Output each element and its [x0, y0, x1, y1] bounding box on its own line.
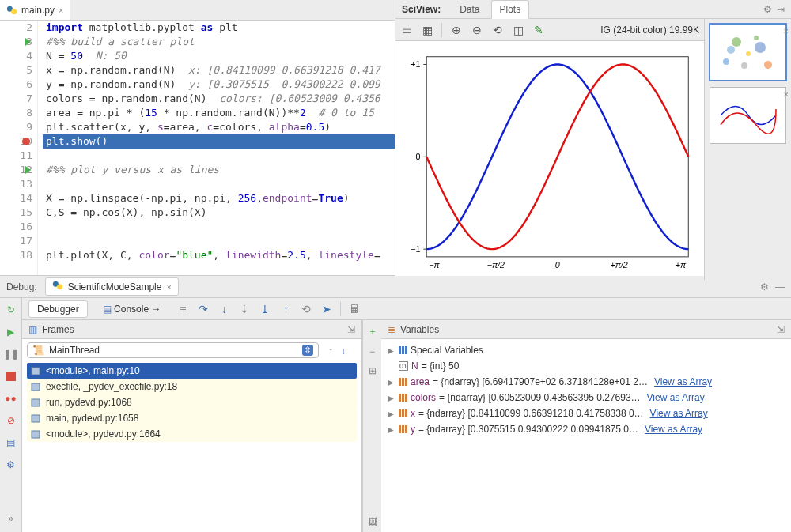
- variables-list: ▶ Special Variables01 N = {int} 50▶ area…: [381, 339, 791, 532]
- svg-rect-25: [32, 383, 40, 391]
- frame-row[interactable]: <module>, pydevd.py:1664: [27, 426, 357, 442]
- gear-icon[interactable]: ⚙: [763, 4, 772, 15]
- zoom-out-icon[interactable]: ⊖: [471, 24, 483, 36]
- crop-icon[interactable]: ◫: [512, 24, 524, 36]
- code-area[interactable]: import matplotlib.pyplot as plt#%% build…: [38, 21, 395, 275]
- console-tab[interactable]: ▤ Console →: [94, 300, 170, 318]
- variable-row[interactable]: ▶ y = {ndarray} [0.3075515 0.94300222 0.…: [386, 421, 786, 437]
- frame-row[interactable]: run, pydevd.py:1068: [27, 394, 357, 410]
- plot-toolbar: ▭ ▦ ⊕ ⊖ ⟲ ◫ ✎ IG (24-bit color) 19.99K: [396, 19, 704, 41]
- view-as-array-link[interactable]: View as Array: [654, 376, 712, 387]
- mute-breakpoints-icon[interactable]: ⊘: [4, 413, 18, 428]
- sciview-tab-plots[interactable]: Plots: [491, 0, 530, 19]
- chevron-updown-icon[interactable]: ⇳: [302, 345, 313, 356]
- variable-row[interactable]: ▶ area = {ndarray} [6.69417907e+02 6.371…: [386, 374, 786, 390]
- layout-icon[interactable]: ▤: [4, 436, 18, 450]
- svg-point-17: [755, 42, 766, 53]
- stop-icon[interactable]: [4, 369, 18, 383]
- thumb-scatter[interactable]: ×: [710, 24, 786, 81]
- svg-point-15: [732, 37, 741, 47]
- run-to-cursor-icon[interactable]: ➤: [320, 302, 334, 316]
- force-step-icon[interactable]: ⤓: [258, 302, 272, 316]
- pause-icon[interactable]: ❚❚: [4, 347, 18, 361]
- frames-side-rail: ＋ − ⊞ 🖼: [362, 320, 381, 532]
- sciview-tab-data[interactable]: Data: [452, 1, 487, 18]
- svg-point-18: [764, 61, 772, 69]
- step-over-icon[interactable]: ↷: [196, 302, 210, 316]
- plot-thumbnails: × ×: [704, 19, 791, 280]
- thumb-lines[interactable]: ×: [710, 87, 786, 144]
- svg-rect-24: [32, 368, 40, 375]
- view-as-array-link[interactable]: View as Array: [650, 408, 708, 419]
- rerun-icon[interactable]: ↻: [4, 303, 18, 317]
- more-icon[interactable]: »: [4, 511, 18, 526]
- add-watch-icon[interactable]: ＋: [368, 325, 377, 338]
- svg-text:0: 0: [415, 152, 420, 161]
- frames-header: ▥ Frames ⇲: [22, 320, 361, 339]
- svg-point-19: [741, 62, 747, 69]
- thread-selector[interactable]: 📜 MainThread ⇳: [27, 342, 319, 358]
- expand-all-icon[interactable]: ⊞: [369, 365, 377, 376]
- zoom-in-icon[interactable]: ⊕: [450, 24, 463, 36]
- fit-icon[interactable]: ▭: [400, 24, 413, 36]
- view-as-array-link[interactable]: View as Array: [647, 392, 705, 403]
- zoom-reset-icon[interactable]: ⟲: [491, 24, 504, 36]
- frame-row[interactable]: execfile, _pydev_execfile.py:18: [27, 379, 357, 394]
- hide-icon[interactable]: ⇥: [777, 4, 785, 15]
- sciview-title: SciView:: [402, 4, 441, 15]
- variable-row[interactable]: ▶ colors = {ndarray} [0.60523009 0.43563…: [386, 390, 786, 406]
- svg-point-1: [11, 9, 17, 14]
- step-into-icon[interactable]: ↓: [217, 302, 231, 316]
- array-icon: [399, 425, 407, 433]
- variables-title: Variables: [400, 324, 439, 335]
- step-into-my-icon[interactable]: ⇣: [237, 302, 252, 316]
- thread-name: MainThread: [49, 345, 100, 356]
- plot-canvas[interactable]: +1 0 −1 −π −π/2 0 +π/2 +π: [396, 41, 704, 280]
- svg-point-23: [57, 284, 62, 289]
- editor-tab-main[interactable]: main.py ×: [0, 0, 70, 20]
- frame-icon: [30, 413, 41, 424]
- frame-icon: [30, 428, 41, 440]
- scientific-icon[interactable]: 🖼: [368, 516, 377, 527]
- settings-icon[interactable]: ⚙: [4, 458, 18, 472]
- restore-icon[interactable]: ⇲: [347, 324, 355, 335]
- remove-watch-icon[interactable]: −: [369, 346, 375, 357]
- picker-icon[interactable]: ✎: [532, 24, 545, 36]
- frame-row[interactable]: main, pydevd.py:1658: [27, 410, 357, 426]
- variable-row[interactable]: ▶ x = {ndarray} [0.84110099 0.66391218 0…: [386, 406, 786, 421]
- debug-left-rail: ↻ ▶ ❚❚ ●● ⊘ ▤ ⚙ »: [0, 298, 22, 532]
- close-icon[interactable]: ×: [59, 6, 63, 15]
- special-vars-row[interactable]: ▶ Special Variables: [386, 342, 786, 358]
- svg-text:+π: +π: [676, 260, 687, 270]
- run-config-selector[interactable]: ScientificModeSample ×: [45, 277, 179, 296]
- evaluate-icon[interactable]: 🖩: [347, 302, 361, 316]
- close-icon[interactable]: ×: [784, 89, 789, 99]
- close-icon[interactable]: ×: [166, 282, 171, 292]
- next-frame-icon[interactable]: ↓: [341, 345, 346, 357]
- close-icon[interactable]: ×: [784, 26, 789, 36]
- debug-label: Debug:: [6, 281, 37, 292]
- editor-tab-label: main.py: [21, 5, 55, 16]
- svg-point-20: [754, 36, 759, 40]
- debugger-tab[interactable]: Debugger: [28, 300, 88, 318]
- view-as-array-link[interactable]: View as Array: [645, 424, 702, 435]
- variable-row[interactable]: 01 N = {int} 50: [386, 358, 786, 374]
- resume-icon[interactable]: ▶: [4, 325, 18, 339]
- debug-toolbar: Debugger ▤ Console → ≡ ↷ ↓ ⇣ ⤓ ↑ ⟲ ➤ 🖩: [22, 298, 791, 320]
- view-breakpoints-icon[interactable]: ●●: [4, 391, 18, 406]
- minimize-icon[interactable]: —: [775, 281, 785, 292]
- grid-icon[interactable]: ▦: [421, 24, 433, 36]
- svg-text:+π/2: +π/2: [610, 260, 627, 270]
- array-icon: [399, 409, 407, 417]
- prev-frame-icon[interactable]: ↑: [328, 345, 333, 357]
- line-gutter[interactable]: 23456789101112131415161718: [0, 21, 38, 275]
- drop-frame-icon[interactable]: ⟲: [299, 302, 313, 316]
- array-icon: [399, 394, 407, 402]
- frame-row[interactable]: <module>, main.py:10: [27, 363, 357, 379]
- show-execution-icon[interactable]: ≡: [176, 302, 190, 316]
- gear-icon[interactable]: ⚙: [760, 281, 769, 292]
- restore-icon[interactable]: ⇲: [777, 324, 785, 335]
- frame-icon: [30, 365, 41, 376]
- svg-rect-26: [32, 399, 40, 406]
- step-out-icon[interactable]: ↑: [278, 302, 293, 316]
